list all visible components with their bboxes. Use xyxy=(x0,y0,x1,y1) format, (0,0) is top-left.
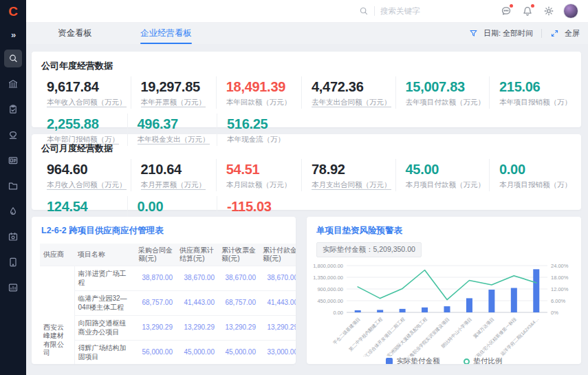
x-axis-label: 翼城万达项目 xyxy=(472,317,496,340)
sidebar-item-stamp-icon[interactable] xyxy=(4,126,22,144)
table-row[interactable]: 得辉广场结构加固项目56,000.0045,000.0045,000.0033,… xyxy=(40,341,296,365)
tab-enterprise-dashboard[interactable]: 企业经营看板 xyxy=(140,23,192,44)
annual-kpi-row1: 9,617.84本年收入合同额（万元）19,297.85本年开票额（万元）18,… xyxy=(32,76,581,109)
table-row[interactable]: 临港产业园32—04#楼主体工程68,757.0041,443.0068,757… xyxy=(40,291,296,316)
amount-cell: 33,000.00 xyxy=(259,341,296,365)
amount-cell: 13,290.29 xyxy=(176,316,218,341)
sidebar-item-search-icon[interactable] xyxy=(4,50,22,67)
kpi-value: 9,617.84 xyxy=(47,78,127,95)
chart-wrap: 0.000%450,000.006.00%900,000.0012.00%1,3… xyxy=(307,257,581,359)
project-name-cell: 临港产业园32—04#楼主体工程 xyxy=(74,291,135,316)
amount-cell: 13,290.29 xyxy=(218,316,259,341)
legend-item[interactable]: 垫付比例 xyxy=(464,356,503,364)
kpi-value: 124.54 xyxy=(47,198,123,215)
kpi-label[interactable]: 本月收入合同额（万元） xyxy=(47,180,127,190)
monthly-kpi: 0.00本月项目报销额（万） xyxy=(489,159,576,191)
search-divider xyxy=(374,6,375,16)
message-badge xyxy=(510,4,513,8)
amount-cell: 68,757.00 xyxy=(135,291,176,316)
legend-label: 垫付比例 xyxy=(474,356,503,364)
kpi-value: 210.64 xyxy=(141,161,212,178)
amount-cell: 41,443.00 xyxy=(176,291,218,316)
svg-text:12.00%: 12.00% xyxy=(551,286,569,292)
fullscreen-button[interactable]: 全屏 xyxy=(565,28,580,39)
legend-square-icon xyxy=(386,358,393,364)
monthly-kpi-row1: 964.60本月收入合同额（万元）210.64本月开票额（万元）54.51本月回… xyxy=(32,159,581,191)
payable-table-title: L2-6-2 跨项目供应商应付管理表 xyxy=(32,217,296,241)
bar-1[interactable] xyxy=(377,310,383,312)
tools-divider xyxy=(541,29,542,38)
kpi-label[interactable]: 本月开票额（万元） xyxy=(141,180,212,190)
kpi-label: 本月项目付款额（万元） xyxy=(406,180,486,190)
kpi-value: 516.25 xyxy=(227,116,303,132)
monthly-kpi: 964.60本月收入合同额（万元） xyxy=(37,159,131,191)
search-icon xyxy=(359,6,369,16)
sidebar-item-droplet-icon[interactable] xyxy=(4,202,22,220)
table-column-header: 采购合同金额(元) xyxy=(135,244,176,266)
sidebar-item-report-icon[interactable] xyxy=(4,279,22,297)
message-icon[interactable] xyxy=(499,3,514,19)
annual-kpi: 215.06本年项目报销额（万） xyxy=(489,76,576,109)
kpi-label[interactable]: 本年收入合同额（万元） xyxy=(47,98,127,107)
app-logo: C xyxy=(0,0,26,23)
bar-2[interactable] xyxy=(400,309,406,312)
kpi-value: 54.51 xyxy=(226,161,297,178)
global-search[interactable] xyxy=(359,6,453,16)
amount-cell: 41,443.00 xyxy=(259,291,296,316)
supplier-payable-card: L2-6-2 跨项目供应商应付管理表 供应商项目名称采购合同金额(元)供应商累计… xyxy=(32,217,296,364)
bar-4[interactable] xyxy=(444,306,450,312)
sidebar-expand-icon[interactable]: » xyxy=(11,30,15,40)
table-row[interactable]: 西安云峰建材有限公司南洋进贤广场工程38,870.0038,670.0038,6… xyxy=(40,266,296,291)
x-axis-label: 晟鑫职业学院实训室建设项目 xyxy=(405,317,450,356)
kpi-label[interactable]: 本年税金支出（万元） xyxy=(138,135,213,144)
tabbar-tools: 日期: 全部时间 全屏 xyxy=(469,28,588,39)
risk-bar-line-chart[interactable]: 0.000%450,000.006.00%900,000.0012.00%1,3… xyxy=(308,259,574,356)
bar-3[interactable] xyxy=(422,308,428,312)
dashboard-tabbar: 资金看板 企业经营看板 日期: 全部时间 全屏 xyxy=(26,23,588,44)
bar-8[interactable] xyxy=(533,269,539,312)
annual-kpi: 9,617.84本年收入合同额（万元） xyxy=(37,76,131,109)
legend-label: 实际垫付金额 xyxy=(397,356,440,364)
sidebar-item-calendar-icon[interactable] xyxy=(4,228,22,246)
main-content: 公司年度经营数据 9,617.84本年收入合同额（万元）19,297.85本年开… xyxy=(26,44,588,375)
bar-0[interactable] xyxy=(355,310,361,312)
kpi-label[interactable]: 本年开票额（万元） xyxy=(141,98,212,107)
annual-kpi: 516.25本年现金流（万） xyxy=(217,114,307,146)
amount-cell: 56,000.00 xyxy=(135,341,176,365)
bar-7[interactable] xyxy=(511,288,517,312)
svg-text:0%: 0% xyxy=(551,310,558,316)
legend-item[interactable]: 实际垫付金额 xyxy=(386,356,440,364)
table-column-header: 供应商累计结算(元) xyxy=(176,244,218,266)
sidebar-item-id-card-icon[interactable] xyxy=(4,151,22,169)
kpi-label[interactable]: 去年支出合同额（万元） xyxy=(312,98,391,107)
bell-badge xyxy=(531,4,534,8)
svg-text:18.00%: 18.00% xyxy=(551,275,569,281)
sidebar-item-tablet-icon[interactable] xyxy=(4,253,22,271)
kpi-label[interactable]: 本月支出合同额（万元） xyxy=(312,180,391,190)
bell-icon[interactable] xyxy=(520,3,535,19)
monthly-kpi: 45.00本月项目付款额（万元） xyxy=(395,159,490,191)
risk-chart-card: 单项目垫资风险预警表 实际垫付金额：5,209,350.00 0.000%450… xyxy=(307,217,581,364)
fullscreen-icon[interactable] xyxy=(550,29,559,38)
kpi-label: 本年现金流（万） xyxy=(227,135,303,144)
bar-6[interactable] xyxy=(488,290,494,312)
x-axis-label: 远洋学府二期(1&2#3&4… xyxy=(499,317,540,356)
sidebar-item-bank-icon[interactable] xyxy=(4,75,22,93)
bar-5[interactable] xyxy=(466,298,472,312)
sidebar-item-clipboard-icon[interactable] xyxy=(4,100,22,118)
svg-text:0.00: 0.00 xyxy=(333,310,343,316)
kpi-value: 496.37 xyxy=(138,116,213,132)
date-filter[interactable]: 日期: 全部时间 xyxy=(483,28,533,39)
filter-funnel-icon[interactable] xyxy=(469,29,478,38)
kpi-label: 本月回款额（万元） xyxy=(226,180,297,190)
amount-cell: 45,000.00 xyxy=(176,341,218,365)
gear-icon[interactable] xyxy=(541,3,556,19)
table-column-header: 累计收票金额(元) xyxy=(218,244,259,266)
search-input[interactable] xyxy=(380,7,453,15)
amount-cell: 45,000.00 xyxy=(218,341,259,365)
tab-funds-dashboard[interactable]: 资金看板 xyxy=(58,23,92,44)
supplier-payable-table[interactable]: 供应商项目名称采购合同金额(元)供应商累计结算(元)累计收票金额(元)累计付款金… xyxy=(40,244,296,364)
user-avatar[interactable] xyxy=(563,3,578,19)
table-row[interactable]: 向阳路交通枢纽商业办公项目13,290.2913,290.2913,290.29… xyxy=(40,316,296,341)
sidebar-item-folder-icon[interactable] xyxy=(4,177,22,195)
